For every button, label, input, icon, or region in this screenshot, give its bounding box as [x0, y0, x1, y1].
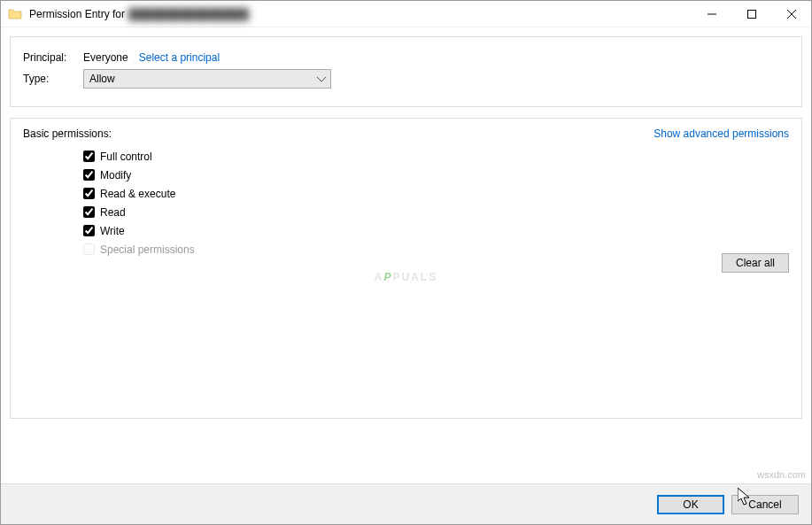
cancel-button[interactable]: Cancel [731, 495, 799, 514]
principal-row: Principal: Everyone Select a principal [23, 51, 789, 64]
clear-all-button[interactable]: Clear all [722, 253, 789, 273]
dialog-footer: OK Cancel [1, 483, 811, 524]
permission-label: Read [100, 206, 126, 219]
close-button[interactable] [771, 1, 811, 27]
permissions-panel: APPUALS Basic permissions: Show advanced… [10, 118, 802, 419]
close-icon [787, 10, 796, 19]
permission-label: Modify [100, 169, 131, 181]
maximize-icon [747, 10, 756, 19]
permission-label: Special permissions [100, 243, 195, 256]
content-area: Principal: Everyone Select a principal T… [1, 27, 811, 438]
select-principal-link[interactable]: Select a principal [139, 51, 220, 64]
svg-rect-0 [747, 10, 755, 18]
permission-label: Full control [100, 151, 152, 163]
permission-checkbox-write[interactable] [83, 225, 95, 236]
titlebar: Permission Entry for ████████████████ [1, 1, 811, 27]
window-title-obscured: ████████████████ [128, 8, 249, 20]
permission-item-read[interactable]: Read [83, 203, 789, 221]
ok-button[interactable]: OK [657, 495, 724, 514]
basic-permissions-heading: Basic permissions: [23, 127, 112, 140]
principal-label: Principal: [23, 51, 83, 64]
maximize-button[interactable] [731, 1, 771, 27]
permission-label: Read & execute [100, 188, 175, 200]
type-label: Type: [23, 73, 83, 85]
permission-item-special: Special permissions [83, 240, 789, 259]
permission-checkbox-read[interactable] [83, 206, 95, 218]
principal-value: Everyone [83, 51, 128, 64]
permission-checkbox-modify[interactable] [83, 169, 95, 181]
type-select[interactable]: Allow [83, 69, 331, 89]
permission-item-write[interactable]: Write [83, 221, 789, 240]
permission-item-read-execute[interactable]: Read & execute [83, 184, 789, 203]
folder-icon [8, 7, 22, 21]
show-advanced-permissions-link[interactable]: Show advanced permissions [653, 127, 789, 140]
type-row: Type: Allow [23, 69, 789, 89]
minimize-icon [708, 10, 716, 19]
permissions-list: Full control Modify Read & execute Read … [83, 147, 789, 259]
permission-item-modify[interactable]: Modify [83, 166, 789, 184]
window-title-prefix: Permission Entry for [29, 8, 125, 20]
minimize-button[interactable] [692, 1, 731, 27]
permission-checkbox-read-execute[interactable] [83, 188, 95, 199]
corner-watermark: wsxdn.com [757, 469, 806, 480]
permission-entry-window: Permission Entry for ████████████████ Pr… [0, 0, 812, 525]
permission-item-full-control[interactable]: Full control [83, 147, 789, 166]
permission-checkbox-special [83, 243, 95, 255]
permission-checkbox-full-control[interactable] [83, 151, 95, 162]
principal-panel: Principal: Everyone Select a principal T… [10, 36, 802, 107]
permission-label: Write [100, 225, 125, 237]
